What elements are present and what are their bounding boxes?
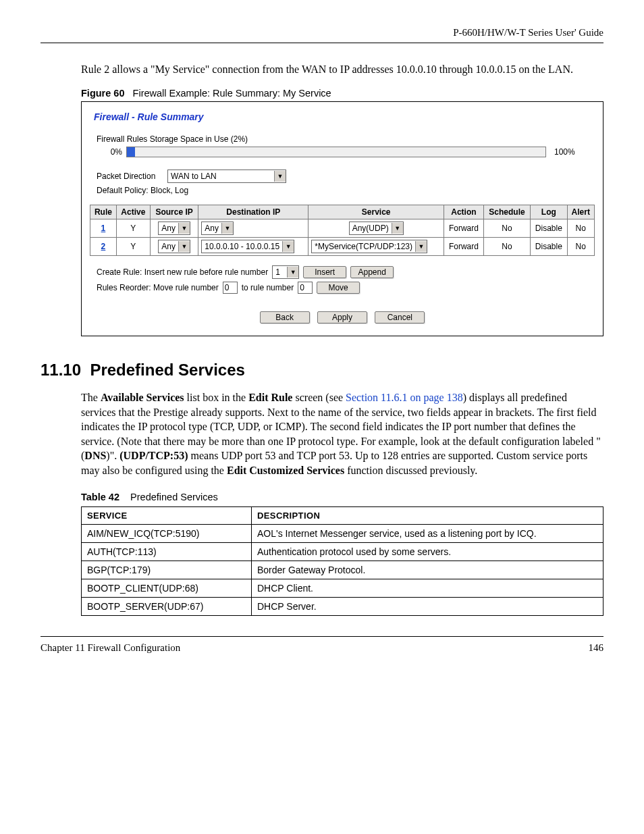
th-action: Action: [444, 205, 484, 219]
reorder-to-input[interactable]: 0: [298, 282, 313, 294]
table-row: BOOTP_CLIENT(UDP:68) DHCP Client.: [82, 579, 603, 597]
cell-active: Y: [116, 238, 150, 256]
reorder-label-b: to rule number: [242, 283, 294, 292]
th-dstip: Destination IP: [198, 205, 308, 219]
rules-table: Rule Active Source IP Destination IP Ser…: [90, 205, 595, 256]
intro-paragraph: Rule 2 allows a "My Service" connection …: [81, 63, 603, 76]
table-row: BGP(TCP:179) Border Gateway Protocol.: [82, 561, 603, 579]
cancel-button[interactable]: Cancel: [375, 311, 425, 323]
packet-direction-select[interactable]: WAN to LAN ▼: [167, 170, 286, 183]
insert-button[interactable]: Insert: [303, 266, 346, 278]
table-row: BOOTP_SERVER(UDP:67) DHCP Server.: [82, 597, 603, 615]
firewall-screenshot: Firewall - Rule Summary Firewall Rules S…: [81, 101, 603, 336]
src-ip-select[interactable]: Any ▼: [158, 221, 190, 235]
dst-ip-select[interactable]: Any ▼: [201, 221, 234, 235]
storage-bar-row: 0% 100%: [90, 147, 595, 157]
section-title: Predefined Services: [90, 361, 244, 379]
table-row: 2 Y Any ▼ 10.0.0.10 - 10.0.0.15 ▼: [90, 238, 595, 256]
chevron-down-icon: ▼: [221, 223, 233, 234]
dst-ip-select[interactable]: 10.0.0.10 - 10.0.0.15 ▼: [201, 240, 294, 253]
cell-service: AIM/NEW_ICQ(TCP:5190): [82, 524, 252, 542]
apply-button[interactable]: Apply: [317, 311, 367, 323]
footer-page-number: 146: [589, 642, 604, 654]
text: )".: [106, 450, 119, 461]
dst-ip-value: Any: [205, 224, 221, 233]
reorder-label-a: Rules Reorder: Move rule number: [97, 283, 219, 292]
figure-caption: Figure 60 Firewall Example: Rule Summary…: [81, 88, 603, 99]
dst-ip-value: 10.0.0.10 - 10.0.0.15: [205, 242, 282, 251]
page-footer: Chapter 11 Firewall Configuration 146: [41, 642, 603, 654]
cell-service: AUTH(TCP:113): [82, 542, 252, 561]
section-heading: 11.10 Predefined Services: [41, 361, 603, 380]
storage-hundred: 100%: [546, 147, 595, 157]
cell-description: Authentication protocol used by some ser…: [252, 542, 603, 561]
reorder-from-input[interactable]: 0: [223, 282, 238, 294]
chevron-down-icon: ▼: [274, 171, 286, 182]
header-rule: [41, 43, 603, 43]
append-button[interactable]: Append: [350, 266, 394, 278]
create-rule-label: Create Rule: Insert new rule before rule…: [97, 267, 268, 277]
th-srcip: Source IP: [150, 205, 198, 219]
th-log: Log: [531, 205, 567, 219]
chevron-down-icon: ▼: [178, 223, 190, 234]
cell-active: Y: [116, 219, 150, 238]
service-value: Any(UDP): [352, 224, 392, 233]
text: function discussed previously.: [344, 465, 477, 476]
chevron-down-icon: ▼: [178, 241, 190, 252]
chevron-down-icon: ▼: [392, 223, 403, 234]
src-ip-select[interactable]: Any ▼: [158, 240, 190, 253]
th-description: DESCRIPTION: [252, 506, 603, 524]
cell-service: BOOTP_SERVER(UDP:67): [82, 597, 252, 615]
text-bold: Edit Customized Services: [227, 465, 344, 476]
service-select[interactable]: *MyService(TCP/UDP:123) ▼: [311, 240, 427, 253]
cell-description: DHCP Client.: [252, 579, 603, 597]
text: list box in the: [184, 392, 249, 403]
back-button[interactable]: Back: [260, 311, 310, 323]
predefined-services-table: SERVICE DESCRIPTION AIM/NEW_ICQ(TCP:5190…: [81, 506, 603, 616]
cross-ref-link[interactable]: Section 11.6.1 on page 138: [346, 392, 463, 403]
rule-link-2[interactable]: 2: [101, 242, 106, 251]
service-select[interactable]: Any(UDP) ▼: [349, 221, 404, 235]
table-row: AUTH(TCP:113) Authentication protocol us…: [82, 542, 603, 561]
table-row: AIM/NEW_ICQ(TCP:5190) AOL's Internet Mes…: [82, 524, 603, 542]
cell-service: BGP(TCP:179): [82, 561, 252, 579]
cell-schedule: No: [483, 219, 530, 238]
rules-header-row: Rule Active Source IP Destination IP Ser…: [90, 205, 595, 219]
cell-log: Disable: [531, 238, 567, 256]
chevron-down-icon: ▼: [287, 267, 298, 278]
th-alert: Alert: [567, 205, 594, 219]
rule-link-1[interactable]: 1: [101, 224, 106, 233]
th-service: SERVICE: [82, 506, 252, 524]
create-rule-row: Create Rule: Insert new rule before rule…: [97, 265, 595, 279]
cell-description: AOL's Internet Messenger service, used a…: [252, 524, 603, 542]
section-number: 11.10: [41, 361, 81, 379]
storage-label: Firewall Rules Storage Space in Use (2%): [97, 134, 595, 144]
storage-bar: [126, 147, 546, 157]
text-bold: Available Services: [101, 392, 184, 403]
cell-service: BOOTP_CLIENT(UDP:68): [82, 579, 252, 597]
move-button[interactable]: Move: [317, 282, 360, 294]
create-rule-value: 1: [275, 267, 283, 277]
cell-description: DHCP Server.: [252, 597, 603, 615]
table-label: Table 42: [81, 492, 119, 502]
cell-alert: No: [567, 219, 594, 238]
figure-label: Figure 60: [81, 88, 124, 99]
footer-chapter: Chapter 11 Firewall Configuration: [41, 642, 180, 654]
create-rule-number[interactable]: 1 ▼: [272, 265, 299, 279]
service-value: *MyService(TCP/UDP:123): [315, 242, 415, 251]
cell-log: Disable: [531, 219, 567, 238]
text-bold: DNS: [84, 450, 106, 461]
cell-schedule: No: [483, 238, 530, 256]
text: The: [81, 392, 101, 403]
cell-alert: No: [567, 238, 594, 256]
packet-direction-label: Packet Direction: [97, 172, 167, 181]
chevron-down-icon: ▼: [415, 241, 427, 252]
th-active: Active: [116, 205, 150, 219]
packet-direction-row: Packet Direction WAN to LAN ▼: [97, 170, 595, 183]
header-guide-title: P-660H/HW/W-T Series User' Guide: [41, 27, 603, 38]
packet-direction-value: WAN to LAN: [171, 172, 219, 181]
table-row: 1 Y Any ▼ Any ▼ Any(UDP): [90, 219, 595, 238]
text: screen (see: [292, 392, 346, 403]
chevron-down-icon: ▼: [282, 241, 294, 252]
storage-fill: [127, 147, 135, 157]
